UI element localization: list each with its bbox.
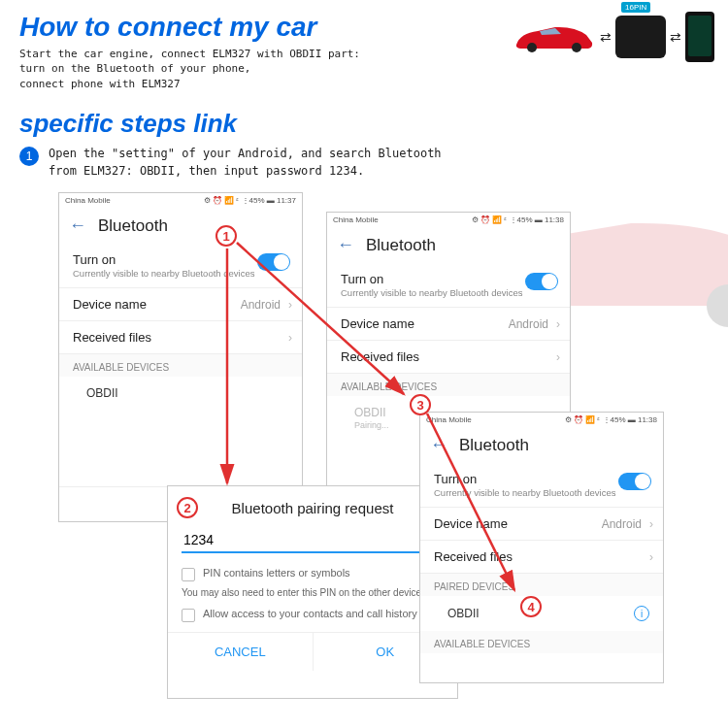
- dialog-title: Bluetooth pairing request: [182, 500, 444, 516]
- turn-on-label: Turn on: [341, 272, 556, 286]
- turn-on-row[interactable]: Turn on Currently visible to nearby Blue…: [327, 263, 570, 308]
- status-right: ⚙ ⏰ 📶 ᶻ ⋮45% ▬ 11:38: [472, 215, 564, 224]
- back-icon[interactable]: ←: [430, 435, 447, 455]
- received-label: Received files: [434, 549, 649, 564]
- back-icon[interactable]: ←: [337, 235, 354, 255]
- screen-title: Bluetooth: [366, 236, 436, 255]
- device-name-value: Android: [241, 298, 281, 312]
- step-description: Open the "setting" of your Android, and …: [49, 145, 442, 180]
- chevron-right-icon: ›: [288, 331, 292, 345]
- status-carrier: China Mobile: [65, 196, 111, 205]
- turn-on-label: Turn on: [73, 252, 288, 267]
- svg-point-2: [527, 43, 537, 52]
- connection-diagram: ⇄ 16PIN ⇄: [513, 12, 714, 62]
- received-files-row[interactable]: Received files ›: [327, 341, 570, 374]
- pin-label: 16PIN: [621, 2, 650, 13]
- bluetooth-toggle[interactable]: [257, 253, 290, 271]
- device-name-row[interactable]: Device name Android ›: [59, 288, 302, 321]
- visible-label: Currently visible to nearby Bluetooth de…: [73, 268, 288, 279]
- arrows-icon: ⇄: [670, 29, 681, 45]
- step-number-badge: 1: [19, 147, 39, 166]
- device-name-value: Android: [509, 317, 548, 331]
- status-right: ⚙ ⏰ 📶 ᶻ ⋮45% ▬ 11:37: [204, 196, 296, 205]
- check1-label: PIN contains letters or symbols: [203, 567, 350, 579]
- received-label: Received files: [73, 330, 288, 345]
- status-carrier: China Mobile: [333, 215, 379, 224]
- bluetooth-toggle[interactable]: [618, 473, 651, 490]
- device-obdii[interactable]: OBDII: [59, 377, 302, 410]
- paired-devices-header: PAIRED DEVICES: [420, 574, 663, 596]
- turn-on-label: Turn on: [434, 472, 649, 486]
- cancel-button[interactable]: CANCEL: [168, 633, 314, 671]
- subtitle: specific steps link: [0, 91, 728, 145]
- obd-device-icon: 16PIN: [615, 16, 666, 58]
- car-icon: [513, 19, 596, 54]
- chevron-right-icon: ›: [556, 350, 560, 364]
- info-icon[interactable]: i: [634, 606, 649, 621]
- screenshot-2-dialog: Bluetooth pairing request PIN contains l…: [167, 485, 458, 699]
- device-name-row[interactable]: Device name Android ›: [420, 508, 663, 541]
- received-files-row[interactable]: Received files ›: [59, 321, 302, 354]
- phone-icon: [685, 12, 714, 62]
- available-devices-header: AVAILABLE DEVICES: [327, 374, 570, 396]
- screen-title: Bluetooth: [459, 436, 529, 455]
- device-name-row[interactable]: Device name Android ›: [327, 308, 570, 341]
- paired-device-obdii[interactable]: OBDII i: [420, 596, 663, 631]
- check2-label: Allow access to your contacts and call h…: [203, 608, 417, 619]
- received-label: Received files: [341, 349, 556, 364]
- svg-point-3: [572, 43, 581, 52]
- checkbox-pin-letters[interactable]: [182, 568, 195, 581]
- chevron-right-icon: ›: [556, 317, 560, 331]
- dialog-note: You may also need to enter this PIN on t…: [182, 587, 444, 598]
- screenshot-1: China Mobile⚙ ⏰ 📶 ᶻ ⋮45% ▬ 11:37 ← Bluet…: [58, 192, 303, 522]
- step-circle-4: 4: [520, 596, 542, 617]
- screen-title: Bluetooth: [98, 216, 168, 236]
- step-circle-2: 2: [177, 497, 198, 518]
- visible-label: Currently visible to nearby Bluetooth de…: [434, 487, 649, 498]
- chevron-right-icon: ›: [649, 517, 653, 531]
- status-right: ⚙ ⏰ 📶 ᶻ ⋮45% ▬ 11:38: [565, 415, 657, 424]
- status-carrier: China Mobile: [426, 415, 472, 424]
- pin-input[interactable]: [182, 528, 444, 553]
- chevron-right-icon: ›: [288, 298, 292, 312]
- available-devices-header: AVAILABLE DEVICES: [59, 354, 302, 377]
- turn-on-row[interactable]: Turn on Currently visible to nearby Blue…: [59, 244, 302, 288]
- device-label: OBDII: [434, 605, 649, 622]
- available-devices-header: AVAILABLE DEVICES: [420, 631, 663, 653]
- step-circle-3: 3: [410, 394, 431, 415]
- back-icon[interactable]: ←: [69, 215, 86, 236]
- visible-label: Currently visible to nearby Bluetooth de…: [341, 287, 556, 298]
- screenshot-4: China Mobile⚙ ⏰ 📶 ᶻ ⋮45% ▬ 11:38 ← Bluet…: [419, 412, 664, 683]
- received-files-row[interactable]: Received files ›: [420, 541, 663, 574]
- checkbox-allow-contacts[interactable]: [182, 609, 195, 622]
- step-circle-1: 1: [215, 225, 237, 247]
- device-name-value: Android: [602, 517, 642, 531]
- arrows-icon: ⇄: [600, 29, 612, 45]
- chevron-right-icon: ›: [649, 550, 653, 564]
- turn-on-row[interactable]: Turn on Currently visible to nearby Blue…: [420, 463, 663, 508]
- bluetooth-toggle[interactable]: [525, 273, 558, 290]
